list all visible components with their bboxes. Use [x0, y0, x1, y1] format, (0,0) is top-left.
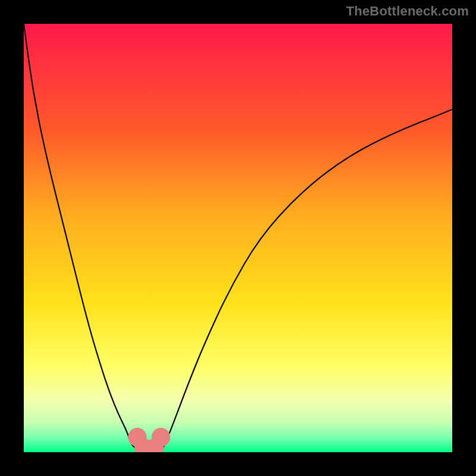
- bottleneck-curve: [24, 24, 452, 452]
- curve-layer: [24, 24, 452, 452]
- plot-area: [24, 24, 452, 452]
- valley-marker-3: [152, 428, 170, 446]
- chart-frame: TheBottleneck.com: [0, 0, 476, 476]
- watermark-text: TheBottleneck.com: [346, 4, 469, 19]
